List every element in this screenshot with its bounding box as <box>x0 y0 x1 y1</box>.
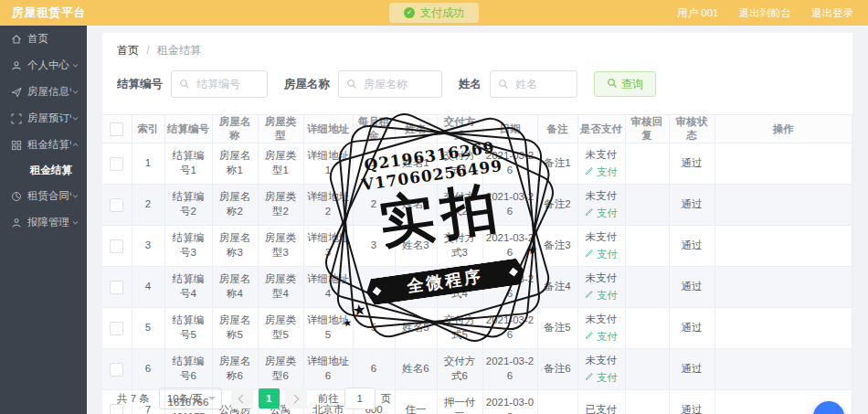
cell-addr: 详细地址5 <box>303 308 353 349</box>
cell-code: 结算编号3 <box>164 226 212 267</box>
pay-link[interactable]: 支付 <box>585 289 618 303</box>
search-name-input[interactable] <box>513 77 572 91</box>
cell-date: 2021-03-26 <box>482 308 537 349</box>
sidebar-item-house-info[interactable]: 房屋信息管理 <box>0 79 87 105</box>
cell-code: 结算编号2 <box>164 185 212 226</box>
chevron-down-icon <box>71 88 79 96</box>
table-row: 2结算编号2房屋名称2房屋类型2详细地址22姓名2交付方式22021-03-26… <box>102 185 852 226</box>
table-row: 5结算编号5房屋名称5房屋类型5详细地址55姓名5交付方式52021-03-26… <box>102 308 852 349</box>
sidebar-item-label: 报障管理 <box>27 216 71 229</box>
column-header: 审核回复 <box>625 115 669 143</box>
column-header: 姓名 <box>395 115 437 143</box>
row-checkbox[interactable] <box>110 198 123 212</box>
sidebar-item-lease-contract[interactable]: 租赁合同管理 <box>0 183 87 209</box>
header-checkbox-cell <box>102 115 132 143</box>
cell-review-status: 通过 <box>669 390 715 414</box>
cell-paid: 未支付支付 <box>577 308 625 349</box>
cell-index: 2 <box>132 185 164 226</box>
cell-rent: 5 <box>353 308 395 349</box>
cell-name: 房屋名称3 <box>212 226 258 267</box>
search-house-input[interactable] <box>362 77 432 91</box>
paid-status: 未支付 <box>581 271 622 286</box>
app-root: 房屋租赁平台 ✓ 支付成功 用户 001 退出到前台 退出登录 首页个人中心房屋… <box>0 0 868 414</box>
arrow-right-icon <box>291 394 300 403</box>
prev-page-button[interactable] <box>231 388 253 409</box>
cell-paid: 未支付支付 <box>577 349 625 390</box>
cell-code: 结算编号1 <box>164 143 212 185</box>
user-icon <box>11 60 22 71</box>
cell-date: 2021-03-26 <box>482 185 537 226</box>
sidebar-item-home[interactable]: 首页 <box>0 26 87 52</box>
cell-paid: 未支付支付 <box>577 267 625 308</box>
sidebar-item-rent-settle-mgmt[interactable]: 租金结算管理 <box>0 132 87 158</box>
content-card: 首页 / 租金结算 结算编号 房屋名称 姓名 查询 <box>102 33 852 414</box>
pay-link[interactable]: 支付 <box>585 330 618 345</box>
cell-operation <box>715 308 852 349</box>
cell-remark <box>537 390 577 414</box>
cell-checkbox <box>102 185 132 226</box>
cell-type: 房屋类型6 <box>258 349 303 390</box>
pay-link[interactable]: 支付 <box>585 207 618 221</box>
column-header: 是否支付 <box>577 115 625 143</box>
breadcrumb-separator: / <box>146 44 149 57</box>
cell-index: 5 <box>132 308 164 349</box>
sidebar-item-label: 首页 <box>27 32 79 46</box>
search-label-house: 房屋名称 <box>284 77 330 92</box>
breadcrumb-home[interactable]: 首页 <box>117 44 139 57</box>
pagination-total: 共 7 条 <box>117 392 150 406</box>
header-user[interactable]: 用户 001 <box>677 6 718 20</box>
goto-page-input[interactable] <box>344 387 376 409</box>
pay-link[interactable]: 支付 <box>585 248 618 262</box>
table-row: 6结算编号6房屋名称6房屋类型6详细地址66姓名6交付方式62021-03-26… <box>102 349 852 390</box>
search-label-code: 结算编号 <box>117 77 163 92</box>
cell-person: 姓名2 <box>395 185 437 226</box>
breadcrumb-current: 租金结算 <box>157 44 201 57</box>
page-size-select[interactable]: 10条/页 <box>159 387 222 409</box>
row-checkbox[interactable] <box>110 157 123 171</box>
pagination: 共 7 条 10条/页 1 前往 页 <box>117 387 391 409</box>
arrow-left-icon <box>238 394 248 403</box>
cell-review-status: 通过 <box>669 143 715 185</box>
send-icon <box>11 87 22 98</box>
cell-index: 4 <box>132 267 164 308</box>
cell-person: 姓名6 <box>395 349 437 390</box>
column-header: 日期 <box>482 115 537 143</box>
table-row: 3结算编号3房屋名称3房屋类型3详细地址33姓名3交付方式32021-03-26… <box>102 226 852 267</box>
page-size-value: 10条/页 <box>167 393 203 404</box>
cell-rent: 3 <box>353 226 395 267</box>
cell-review-status: 通过 <box>669 349 715 390</box>
cell-addr: 详细地址6 <box>303 349 353 390</box>
pay-link[interactable]: 支付 <box>585 371 618 386</box>
cell-type: 房屋类型5 <box>258 308 303 349</box>
search-icon <box>498 79 509 90</box>
column-header: 备注 <box>537 115 577 143</box>
sidebar-item-profile[interactable]: 个人中心 <box>0 52 87 79</box>
check-circle-icon: ✓ <box>404 7 415 18</box>
goto-suffix: 页 <box>381 392 392 406</box>
sidebar-item-fault-report[interactable]: 报障管理 <box>0 209 87 236</box>
row-checkbox[interactable] <box>110 281 123 294</box>
sidebar-subitem-rent-settle[interactable]: 租金结算 <box>0 158 87 183</box>
row-checkbox[interactable] <box>110 239 123 253</box>
select-all-checkbox[interactable] <box>110 122 123 136</box>
row-checkbox[interactable] <box>110 322 123 335</box>
paid-status: 未支付 <box>581 230 622 245</box>
cell-code: 结算编号6 <box>164 349 212 390</box>
search-code-input[interactable] <box>195 77 259 91</box>
cell-review-reply <box>625 308 669 349</box>
header-exit-front-link[interactable]: 退出到前台 <box>739 6 792 20</box>
cell-date: 2021-03-26 <box>482 349 537 390</box>
query-button[interactable]: 查询 <box>594 71 656 97</box>
page-1-button[interactable]: 1 <box>259 388 280 409</box>
cell-remark: 备注4 <box>537 267 577 308</box>
sidebar-item-house-booking[interactable]: 房屋预订管理 <box>0 105 87 132</box>
search-icon <box>179 79 190 90</box>
next-page-button[interactable] <box>285 388 307 409</box>
row-checkbox[interactable] <box>110 363 123 377</box>
cell-date: 2021-03-26 <box>482 143 537 185</box>
pay-link[interactable]: 支付 <box>585 165 618 180</box>
header-logout-link[interactable]: 退出登录 <box>811 6 853 20</box>
cell-paid: 未支付支付 <box>577 185 625 226</box>
paid-status: 已支付 <box>581 403 622 414</box>
chevron-down-icon <box>71 192 79 200</box>
